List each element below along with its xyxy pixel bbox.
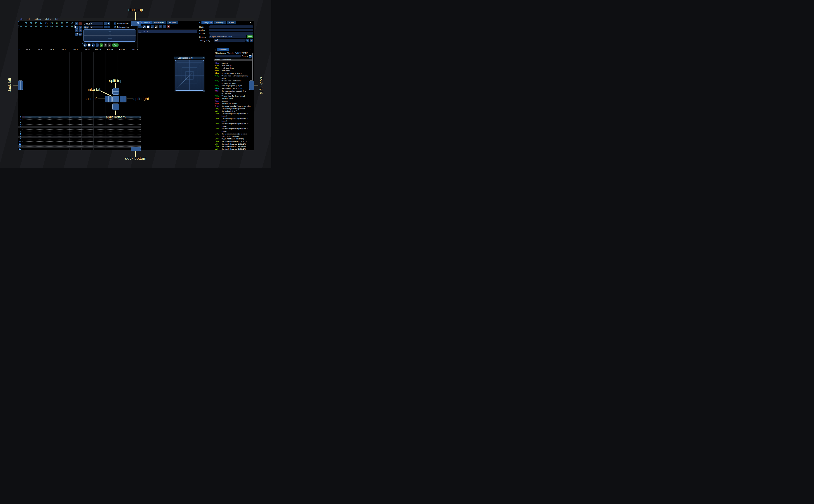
order-cell[interactable]: 00	[49, 25, 54, 28]
effect-list-item[interactable]: 1AxxSet attack of operator 1 (0 to 1F)	[214, 143, 252, 145]
tab-wavetables[interactable]: Wavetables	[152, 21, 166, 24]
channel-header[interactable]: FM 5	[69, 48, 81, 50]
effect-list-item[interactable]: 09xxSet groove pattern (speed 1 if nogro…	[214, 90, 252, 95]
remove-order-button[interactable]: −	[78, 22, 82, 25]
pattern-row[interactable]	[22, 123, 141, 126]
step-minus-button[interactable]: -	[104, 26, 107, 28]
save-instrument-button[interactable]	[151, 25, 154, 28]
order-cell[interactable]: 00	[69, 25, 74, 28]
channel-header[interactable]: Square 3	[117, 48, 129, 50]
collapse-icon[interactable]: ▼	[215, 49, 216, 51]
order-channel-label[interactable]: F4	[39, 22, 44, 25]
channel-header[interactable]: Square 2	[105, 48, 117, 50]
step-label[interactable]: Step	[83, 26, 89, 29]
order-cell[interactable]: 00	[64, 25, 69, 28]
effect-list-item[interactable]: 19xxSet attack of all operators (0 to 1F…	[214, 140, 252, 143]
tab-instruments[interactable]: Instruments	[138, 21, 152, 24]
collapse-icon[interactable]: ▼	[175, 57, 176, 59]
instrument-type-button[interactable]	[155, 25, 158, 28]
pattern-row[interactable]	[22, 140, 141, 143]
pattern-row[interactable]	[22, 136, 141, 138]
pattern-row[interactable]	[22, 150, 141, 150]
pattern-grid[interactable]: 0123456789101112131415161718192021	[18, 52, 141, 150]
pattern-row[interactable]	[22, 148, 141, 150]
menu-help[interactable]: help	[55, 18, 59, 20]
menu-settings[interactable]: settings	[34, 18, 41, 20]
pattern-row[interactable]	[22, 131, 141, 133]
octave-input[interactable]: 3	[90, 22, 103, 25]
effect-list-item[interactable]: 1CxxSet attack of operator 3 (0 to 1F)	[214, 148, 252, 150]
move-instrument-up-button[interactable]: ↑	[159, 25, 162, 28]
collapse-icon[interactable]: ▼	[199, 22, 200, 23]
add-order-button[interactable]: +	[75, 22, 78, 25]
duplicate-order-button[interactable]	[75, 26, 78, 29]
order-cell[interactable]: 00	[34, 25, 39, 28]
menu-edit[interactable]: edit	[27, 18, 30, 20]
tuning-minus-button[interactable]: -	[246, 39, 249, 42]
effect-list-item[interactable]: 0AxyVolume slide (0y: down; x0: up)	[214, 95, 252, 97]
pattern-row[interactable]	[22, 121, 141, 123]
effect-list-item[interactable]: 11xxSet feedback (0 to 7)	[214, 110, 252, 112]
close-icon[interactable]: ×	[250, 21, 251, 24]
step-input[interactable]: 1	[90, 26, 103, 28]
tab-samples[interactable]: Samples	[167, 21, 178, 24]
instrument-list-item-none[interactable]: - None -	[138, 30, 197, 33]
delete-instrument-button[interactable]: ✖	[167, 25, 170, 28]
order-channel-label[interactable]: F5	[44, 22, 49, 25]
effect-list-item[interactable]: 00xyArpeggio	[214, 62, 252, 64]
step-row-button[interactable]: ↓	[96, 43, 99, 47]
move-instrument-down-button[interactable]: ↓	[163, 25, 166, 28]
channel-header[interactable]: FM 3	[46, 48, 58, 50]
effect-list-item[interactable]: 10xySetup LFO (x: enable; y: speed)	[214, 107, 252, 110]
effect-list-item[interactable]: 02xxPitch slide down	[214, 67, 252, 69]
effect-list-item[interactable]: 13xxSet level of operator 2 (0 highest, …	[214, 117, 252, 122]
auto-system-button[interactable]: Auto	[247, 35, 253, 38]
order-row-selected[interactable]: 0000000000000000000000	[18, 25, 75, 28]
effect-list-item[interactable]: 0FxxSet speed (speed 2 if no grooves exi…	[214, 105, 252, 107]
tab-speed[interactable]: Speed	[227, 21, 236, 24]
duplicate-order-deep-button[interactable]: ⇊	[78, 29, 82, 32]
channel-header[interactable]: FM 2	[34, 48, 46, 50]
order-edit-mode-button[interactable]: ➤	[78, 33, 82, 36]
tab-song-info[interactable]: Song Info	[201, 21, 213, 24]
open-instrument-button[interactable]	[146, 25, 150, 28]
effect-list-item[interactable]: 04xyVibrato (x: speed; y: depth)	[214, 72, 252, 75]
effect-list-scrollbar[interactable]	[252, 53, 253, 80]
oscilloscope-xy-titlebar[interactable]: ▼ Oscilloscope (X-Y) ×	[174, 57, 205, 59]
octave-plus-button[interactable]: +	[107, 22, 110, 25]
effect-list-item[interactable]: 0BxxJump to pattern	[214, 97, 252, 100]
pattern-row[interactable]	[22, 126, 141, 128]
follow-orders-checkbox[interactable]: ✓	[114, 22, 116, 25]
order-channel-label[interactable]: S3	[64, 22, 69, 25]
oscilloscope-xy-window[interactable]: ▼ Oscilloscope (X-Y) ×	[174, 57, 205, 92]
close-icon[interactable]: ×	[194, 21, 196, 24]
channel-header[interactable]: FM 1	[22, 48, 34, 50]
effect-list-item[interactable]: 0CxxRetrigger	[214, 100, 252, 102]
author-field[interactable]	[209, 29, 253, 31]
effect-list-item[interactable]: 01xxPitch slide up	[214, 64, 252, 67]
system-field[interactable]: Sega Genesis/Mega Drive	[209, 35, 246, 38]
pattern-row[interactable]	[22, 128, 141, 131]
channel-header[interactable]: Square 1	[93, 48, 105, 50]
repeat-button[interactable]: ↻	[108, 43, 111, 47]
order-cell[interactable]: 00	[44, 25, 49, 28]
metronome-button[interactable]	[104, 43, 107, 47]
effect-list-item[interactable]: 03xxPortamento	[214, 69, 252, 72]
pattern-row[interactable]	[22, 116, 141, 118]
effect-list-item[interactable]: 12xxSet level of operator 1 (0 highest, …	[214, 112, 252, 117]
play-pattern-button[interactable]: ▶	[88, 43, 91, 47]
effect-list-item[interactable]: 07xyTremolo (x: speed; y: depth)	[214, 85, 252, 87]
close-icon[interactable]: ×	[203, 57, 204, 59]
order-cell[interactable]: 00	[54, 25, 59, 28]
tab-subsongs[interactable]: Subsongs	[214, 21, 226, 24]
order-cell[interactable]: 00	[29, 25, 34, 28]
channel-header[interactable]: Noise	[129, 48, 141, 50]
pattern-row[interactable]	[22, 133, 141, 135]
effect-list-item[interactable]: 06xyVolume slide + portamento(compatibil…	[214, 80, 252, 85]
menu-window[interactable]: window	[45, 18, 51, 20]
move-order-up-button[interactable]: ∧	[78, 26, 82, 29]
effect-list-item[interactable]: 08xySet panning (x: left; y: right)	[214, 87, 252, 90]
step-plus-button[interactable]: +	[107, 26, 110, 28]
play-button[interactable]: ▶	[83, 43, 87, 47]
order-channel-label[interactable]: S2	[59, 22, 64, 25]
